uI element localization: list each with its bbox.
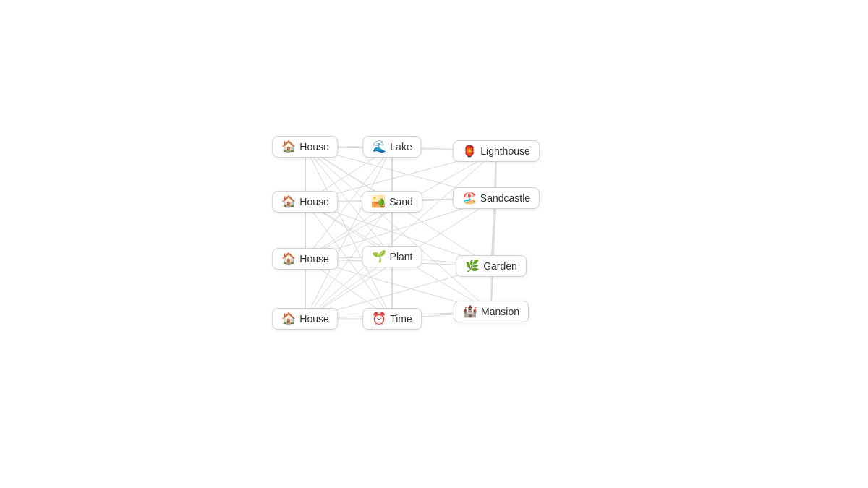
node-house2[interactable]: 🏠House xyxy=(272,191,338,213)
node-sand[interactable]: 🏜️Sand xyxy=(362,191,422,213)
node-sandcastle[interactable]: 🏖️Sandcastle xyxy=(453,187,540,209)
node-icon-lake: 🌊 xyxy=(372,141,386,153)
svg-line-6 xyxy=(305,147,392,319)
node-time[interactable]: ⏰Time xyxy=(362,308,422,330)
node-icon-house4: 🏠 xyxy=(281,313,296,325)
node-house3[interactable]: 🏠House xyxy=(272,248,338,270)
node-label-sand: Sand xyxy=(389,196,413,207)
node-label-sandcastle: Sandcastle xyxy=(480,192,530,204)
node-lake[interactable]: 🌊Lake xyxy=(362,136,421,158)
node-label-plant: Plant xyxy=(390,251,413,262)
node-label-lake: Lake xyxy=(390,141,412,153)
node-label-house3: House xyxy=(299,253,328,265)
node-house4[interactable]: 🏠House xyxy=(272,308,338,330)
node-label-time: Time xyxy=(390,313,412,325)
node-icon-house2: 🏠 xyxy=(281,196,296,207)
node-plant[interactable]: 🌱Plant xyxy=(362,246,422,267)
node-lighthouse[interactable]: 🏮Lighthouse xyxy=(453,140,540,162)
node-mansion[interactable]: 🏰Mansion xyxy=(454,301,529,322)
node-label-mansion: Mansion xyxy=(481,306,519,317)
node-icon-sand: 🏜️ xyxy=(371,196,386,207)
node-label-house1: House xyxy=(299,141,328,153)
node-icon-garden: 🌿 xyxy=(465,260,480,272)
svg-line-7 xyxy=(305,147,491,312)
svg-line-40 xyxy=(491,151,496,312)
node-label-lighthouse: Lighthouse xyxy=(480,145,530,157)
node-icon-plant: 🌱 xyxy=(372,251,386,262)
node-house1[interactable]: 🏠House xyxy=(272,136,338,158)
node-garden[interactable]: 🌿Garden xyxy=(456,255,527,277)
svg-line-24 xyxy=(305,147,392,319)
node-icon-mansion: 🏰 xyxy=(463,306,477,317)
node-icon-sandcastle: 🏖️ xyxy=(462,192,477,204)
node-icon-house3: 🏠 xyxy=(281,253,296,265)
node-icon-lighthouse: 🏮 xyxy=(462,145,477,157)
node-icon-time: ⏰ xyxy=(372,313,386,325)
edges-svg xyxy=(0,0,868,488)
svg-line-25 xyxy=(305,151,496,319)
graph-container: 🏠House🌊Lake🏮Lighthouse🏠House🏜️Sand🏖️Sand… xyxy=(0,0,868,488)
node-label-house2: House xyxy=(299,196,328,207)
node-label-garden: Garden xyxy=(483,260,517,272)
node-icon-house1: 🏠 xyxy=(281,141,296,153)
node-label-house4: House xyxy=(299,313,328,325)
